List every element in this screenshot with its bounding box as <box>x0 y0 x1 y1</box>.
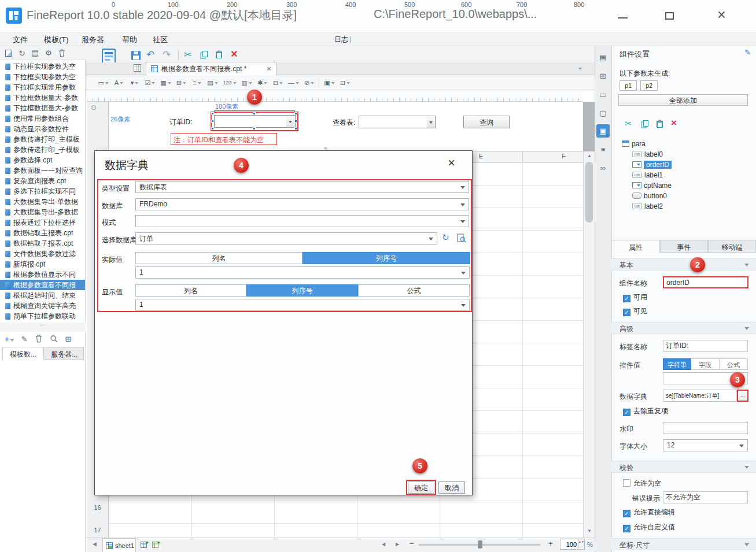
paste-icon[interactable] <box>215 50 223 59</box>
sidebar-file[interactable]: 根据参数值显示不同 <box>0 269 85 280</box>
add-template-icon[interactable]: + <box>5 335 14 343</box>
sheet-scroll-left-icon[interactable]: ◀ <box>93 541 97 547</box>
tree-node-label0[interactable]: lablabel0 <box>632 149 663 159</box>
widget-name-input[interactable] <box>663 276 748 288</box>
sidebar-file[interactable]: 使用常用参数组合 <box>0 113 85 124</box>
font-size-select[interactable]: 12 <box>663 439 748 451</box>
sidebar-file[interactable]: 简单下拉框参数联动 <box>0 311 85 321</box>
scroll-down-icon[interactable]: ▼ <box>584 528 595 534</box>
sidebar-file[interactable]: 文件数据集参数过滤 <box>0 249 85 259</box>
list-widget-button[interactable]: ▤ <box>205 77 220 89</box>
locate-icon[interactable] <box>50 335 58 343</box>
scrollbar-thumb[interactable] <box>585 162 593 223</box>
file-widget-button[interactable]: ⊟ <box>271 77 285 89</box>
tree-node-cptname[interactable]: cptName <box>632 180 672 190</box>
visible-checkbox[interactable]: ✓可见 <box>623 306 647 316</box>
sidebar-file[interactable]: 下拉框实现参数为空 <box>0 61 85 72</box>
tree-node-label1[interactable]: lablabel1 <box>632 170 663 180</box>
menu-help[interactable]: 帮助 <box>122 35 137 45</box>
schema-select[interactable] <box>135 215 469 227</box>
value-type-formula[interactable]: 公式 <box>720 358 748 370</box>
install-template-icon[interactable] <box>5 50 12 57</box>
view-table-combobox-widget[interactable] <box>359 116 427 128</box>
param-chip-p2[interactable]: p2 <box>640 80 658 91</box>
active-document-tab[interactable]: 根据参数查看不同报表.cpt * × <box>146 62 276 75</box>
section-coordinates[interactable]: 坐标·尺寸 <box>611 538 756 550</box>
tree-node-label2[interactable]: lablabel2 <box>632 201 663 211</box>
label-widget-button[interactable]: A <box>112 77 126 89</box>
tree-node-button0[interactable]: button0 <box>632 191 667 201</box>
data-dictionary-more-button[interactable]: ... <box>737 390 748 402</box>
template-outline-icon[interactable]: ▤ <box>596 51 610 64</box>
sidebar-file[interactable]: 参数选择.cpt <box>0 155 85 165</box>
sidebar-file[interactable]: 大数据集导出-多数据 <box>0 207 85 217</box>
iframe-widget-button[interactable]: ⊡ <box>338 77 352 89</box>
value-type-field[interactable]: 字段 <box>691 358 720 370</box>
sidebar-file[interactable]: 复杂查询报表.cpt <box>0 176 85 186</box>
undo-icon[interactable]: ↶ <box>146 49 154 61</box>
add-all-params-button[interactable]: 全部添加 <box>618 94 748 106</box>
scroll-up-icon[interactable]: ▲ <box>584 153 595 158</box>
rename-pencil-icon[interactable]: ✎ <box>21 335 28 343</box>
none-widget-button[interactable]: ⊘ <box>302 77 316 89</box>
log-label[interactable]: 日志 <box>334 35 348 45</box>
settings-gear-icon[interactable]: ⚙ <box>45 49 52 57</box>
widget-settings-icon[interactable]: ▣ <box>596 124 610 138</box>
sidebar-file[interactable]: 参数传递打印_子模板 <box>0 145 85 155</box>
data-dictionary-input[interactable] <box>663 390 737 402</box>
zoom-in-icon[interactable]: + <box>548 539 553 548</box>
tree-delete-icon[interactable]: × <box>671 117 677 129</box>
delete-icon[interactable]: × <box>231 47 238 61</box>
menu-server[interactable]: 服务器 <box>82 35 104 45</box>
float-elements-icon[interactable]: ▢ <box>596 106 610 120</box>
row-header[interactable]: 16 <box>87 504 108 511</box>
delete-trash-icon[interactable] <box>35 335 42 343</box>
vertical-scrollbar[interactable]: ▲ ▼ <box>583 151 595 538</box>
tree-node-orderid-selected[interactable]: orderID <box>632 160 672 169</box>
add-chart-sheet-icon[interactable]: + <box>152 540 160 549</box>
sidebar-file[interactable]: 根据起始时间、结束 <box>0 290 85 301</box>
error-hint-input[interactable] <box>663 491 748 503</box>
watermark-input[interactable] <box>663 422 748 434</box>
value-type-string[interactable]: 字符串 <box>663 358 691 370</box>
cancel-button[interactable]: 取消 <box>438 481 465 494</box>
tab-server-datasets[interactable]: 服务器... <box>45 347 84 360</box>
maximize-button[interactable] <box>665 12 674 20</box>
close-button[interactable]: × <box>717 6 726 23</box>
sidebar-file[interactable]: 参数传递打印_主模板 <box>0 134 85 145</box>
section-validation[interactable]: 校验 <box>611 461 756 473</box>
zoom-value-input[interactable] <box>560 539 578 550</box>
display-value-select[interactable]: 1 <box>135 299 470 311</box>
cut-icon[interactable]: ✂ <box>184 49 191 60</box>
panel-splitter[interactable]: ⋯ <box>0 323 86 332</box>
sidebar-file[interactable]: 下拉框数据量大-参数 <box>0 103 85 113</box>
sidebar-file[interactable]: 报表通过下拉框选择 <box>0 217 85 228</box>
sidebar-file[interactable]: 多选下拉框实现不同 <box>0 186 85 197</box>
tab-mobile[interactable]: 移动端 <box>708 240 756 253</box>
sidebar-file[interactable]: 模糊查询关键字高亮 <box>0 301 85 311</box>
zoom-spinner[interactable]: ▲▼ <box>578 539 585 550</box>
sidebar-file[interactable]: 新填报.cpt <box>0 259 85 269</box>
actual-colname-tab[interactable]: 列名 <box>135 252 303 264</box>
save-icon[interactable] <box>131 50 141 61</box>
copy-icon[interactable] <box>200 51 208 59</box>
value-type-segmented[interactable]: 字符串 字段 公式 <box>663 358 748 370</box>
allow-blank-checkbox[interactable]: 允许为空 <box>623 479 661 488</box>
sidebar-file[interactable]: 大数据集导出-单数据 <box>0 197 85 207</box>
textarea-widget-button[interactable]: ≡ <box>190 77 204 89</box>
table-select[interactable]: 订单 <box>135 232 437 244</box>
zoom-out-icon[interactable]: − <box>410 539 414 548</box>
sidebar-file[interactable]: 数据钻取子报表.cpt <box>0 238 85 249</box>
zoom-slider-thumb[interactable] <box>478 540 482 549</box>
view-mode-icon[interactable]: ⊞ <box>65 335 72 343</box>
combobox-widget-button[interactable]: ▾ <box>127 77 142 89</box>
condition-panel-icon[interactable]: ≡ <box>596 143 610 156</box>
row-header[interactable]: 17 <box>87 527 108 534</box>
cell-elements-icon[interactable]: ▭ <box>596 88 610 101</box>
view-widget-button[interactable]: ▥ <box>239 77 254 89</box>
sheet-tab[interactable]: sheet1 <box>102 538 136 552</box>
tree-copy-icon[interactable] <box>641 120 649 128</box>
menu-template[interactable]: 模板(T) <box>44 35 69 45</box>
redo-icon[interactable]: ↷ <box>163 49 171 61</box>
enabled-checkbox[interactable]: ✓可用 <box>623 292 647 302</box>
